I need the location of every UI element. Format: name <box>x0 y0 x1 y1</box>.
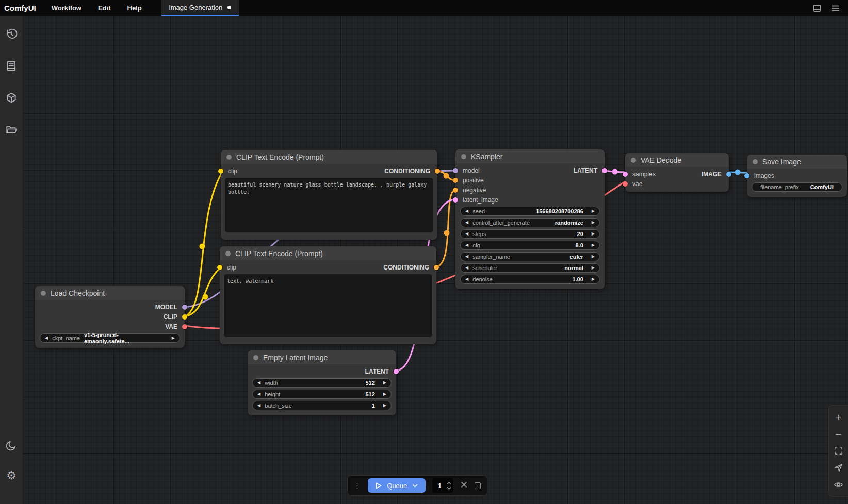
drag-handle-icon[interactable]: ⋮ <box>354 482 361 490</box>
input-port-images[interactable]: images <box>747 171 847 180</box>
samples-input-dot[interactable] <box>623 172 628 177</box>
node-header[interactable]: CLIP Text Encode (Prompt) <box>221 150 437 164</box>
control-after-generate-widget[interactable]: ◀ control_after_generate randomize ▶ <box>460 218 600 227</box>
decrement-icon[interactable]: ◀ <box>45 336 48 340</box>
node-load-checkpoint[interactable]: Load Checkpoint MODEL CLIP VAE ◀ ckpt_na… <box>35 286 185 348</box>
clip-port-dot[interactable] <box>182 314 187 320</box>
images-input-dot[interactable] <box>744 173 749 178</box>
increment-icon[interactable]: ▶ <box>383 381 386 385</box>
increment-icon[interactable]: ▶ <box>592 221 595 225</box>
node-ksampler[interactable]: KSampler model LATENT positive negative … <box>455 149 605 289</box>
paper-plane-icon[interactable] <box>832 461 845 475</box>
bottom-panel-toggle-icon[interactable] <box>812 3 822 13</box>
sampler-name-widget[interactable]: ◀ sampler_name euler ▶ <box>460 252 600 261</box>
denoise-widget[interactable]: ◀ denoise 1.00 ▶ <box>460 275 600 284</box>
theme-toggle-moon-icon[interactable] <box>3 437 20 455</box>
width-widget[interactable]: ◀ width 512 ▶ <box>252 378 392 388</box>
decrement-icon[interactable]: ◀ <box>465 266 468 270</box>
batch-size-widget[interactable]: ◀ batch_size 1 ▶ <box>252 401 392 410</box>
menu-hamburger-icon[interactable] <box>830 3 841 13</box>
node-header[interactable]: Save Image <box>747 155 847 169</box>
decrement-icon[interactable]: ◀ <box>465 209 468 213</box>
latent-port-dot[interactable] <box>394 369 399 374</box>
increment-icon[interactable]: ▶ <box>592 209 595 213</box>
vae-input-dot[interactable] <box>623 181 628 187</box>
spinner-down-icon[interactable] <box>447 486 451 490</box>
decrement-icon[interactable]: ◀ <box>257 392 260 396</box>
decrement-icon[interactable]: ◀ <box>465 221 468 225</box>
node-empty-latent-image[interactable]: Empty Latent Image LATENT ◀ width 512 ▶ … <box>248 350 396 415</box>
increment-icon[interactable]: ▶ <box>383 404 386 408</box>
input-port-vae[interactable]: vae <box>625 179 729 189</box>
output-port-clip[interactable]: CLIP <box>35 312 185 322</box>
height-widget[interactable]: ◀ height 512 ▶ <box>252 390 392 399</box>
ckpt-name-widget[interactable]: ◀ ckpt_name v1-5-pruned-emaonly.safete..… <box>40 333 180 343</box>
latent-image-input-dot[interactable] <box>453 197 458 203</box>
spinner-up-icon[interactable] <box>447 482 451 485</box>
increment-icon[interactable]: ▶ <box>592 277 595 281</box>
clip-input-dot[interactable] <box>217 265 222 270</box>
node-status-dot[interactable] <box>631 158 636 163</box>
chevron-down-icon[interactable] <box>412 484 418 488</box>
queue-button[interactable]: Queue <box>368 478 426 493</box>
node-header[interactable]: CLIP Text Encode (Prompt) <box>220 246 436 260</box>
zoom-in-icon[interactable]: + <box>832 410 845 424</box>
positive-prompt-textarea[interactable]: beautiful scenery nature glass bottle la… <box>225 178 433 232</box>
increment-icon[interactable]: ▶ <box>383 392 386 396</box>
decrement-icon[interactable]: ◀ <box>465 277 468 281</box>
vae-port-dot[interactable] <box>182 324 187 329</box>
output-port-latent[interactable]: LATENT <box>248 366 396 376</box>
negative-prompt-textarea[interactable]: text, watermark <box>224 274 432 337</box>
node-clip-text-encode-positive[interactable]: CLIP Text Encode (Prompt) clip CONDITION… <box>221 150 437 240</box>
node-status-dot[interactable] <box>41 291 46 296</box>
decrement-icon[interactable]: ◀ <box>257 381 260 385</box>
node-header[interactable]: Empty Latent Image <box>248 350 396 364</box>
increment-icon[interactable]: ▶ <box>592 243 595 247</box>
filename-prefix-widget[interactable]: filename_prefix ComfyUI <box>752 182 842 192</box>
menu-workflow[interactable]: Workflow <box>43 0 90 16</box>
eye-icon[interactable] <box>832 478 845 492</box>
decrement-icon[interactable]: ◀ <box>465 243 468 247</box>
clip-input-dot[interactable] <box>218 169 223 174</box>
negative-input-dot[interactable] <box>453 188 458 193</box>
zoom-out-icon[interactable]: − <box>832 427 845 441</box>
scheduler-widget[interactable]: ◀ scheduler normal ▶ <box>460 263 600 273</box>
conditioning-output-dot[interactable] <box>434 265 439 270</box>
output-port-model[interactable]: MODEL <box>35 302 185 312</box>
model-library-icon[interactable] <box>3 89 20 107</box>
increment-icon[interactable]: ▶ <box>592 232 595 236</box>
positive-input-dot[interactable] <box>453 178 458 183</box>
model-input-dot[interactable] <box>453 168 458 173</box>
node-status-dot[interactable] <box>753 159 758 164</box>
workflows-folder-icon[interactable] <box>3 121 20 139</box>
settings-gear-icon[interactable]: ⚙ <box>3 467 20 484</box>
log-icon[interactable] <box>3 57 20 75</box>
node-status-dot[interactable] <box>225 251 231 256</box>
seed-widget[interactable]: ◀ seed 156680208700286 ▶ <box>460 207 600 216</box>
node-clip-text-encode-negative[interactable]: CLIP Text Encode (Prompt) clip CONDITION… <box>220 246 436 344</box>
menu-edit[interactable]: Edit <box>90 0 119 16</box>
batch-count-value[interactable]: 1 <box>432 482 447 490</box>
node-status-dot[interactable] <box>253 355 258 360</box>
increment-icon[interactable]: ▶ <box>592 266 595 270</box>
increment-icon[interactable]: ▶ <box>592 255 595 259</box>
model-port-dot[interactable] <box>182 305 187 310</box>
decrement-icon[interactable]: ◀ <box>257 404 260 408</box>
node-vae-decode[interactable]: VAE Decode samples IMAGE vae <box>625 153 729 192</box>
menu-help[interactable]: Help <box>119 0 150 16</box>
batch-count-input[interactable]: 1 <box>432 478 453 493</box>
node-header[interactable]: Load Checkpoint <box>35 286 185 300</box>
node-header[interactable]: VAE Decode <box>625 153 729 167</box>
conditioning-output-dot[interactable] <box>435 169 440 174</box>
node-status-dot[interactable] <box>226 155 232 160</box>
input-port-positive[interactable]: positive <box>455 175 605 185</box>
image-output-dot[interactable] <box>726 172 731 177</box>
decrement-icon[interactable]: ◀ <box>465 255 468 259</box>
increment-icon[interactable]: ▶ <box>172 336 175 340</box>
input-port-latent-image[interactable]: latent_image <box>455 195 605 205</box>
decrement-icon[interactable]: ◀ <box>465 232 468 236</box>
fit-view-icon[interactable] <box>832 444 845 458</box>
node-header[interactable]: KSampler <box>455 149 605 163</box>
latent-output-dot[interactable] <box>602 168 607 173</box>
clear-queue-x-icon[interactable] <box>460 481 468 491</box>
